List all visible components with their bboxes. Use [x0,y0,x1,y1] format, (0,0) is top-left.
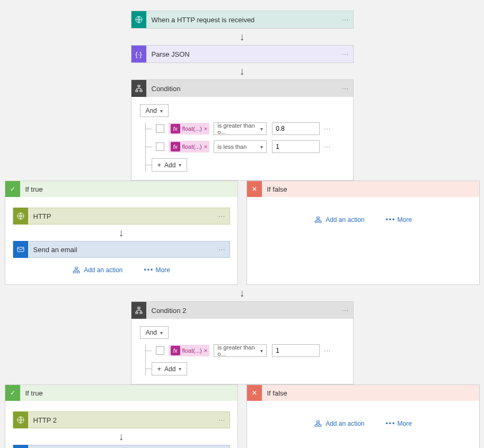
globe-icon [13,208,28,225]
check-icon: ✓ [5,385,20,401]
condition-title: Condition [146,85,338,93]
svg-rect-8 [77,271,80,273]
branch-label: If true [20,389,43,397]
http-action-card[interactable]: HTTP ··· [13,208,230,225]
http-action-card[interactable]: HTTP 2 ··· [13,411,230,428]
operator-select[interactable]: is greater than o...▾ [214,122,267,135]
condition-header[interactable]: Condition ··· [131,80,353,97]
svg-rect-22 [319,425,321,426]
svg-rect-20 [317,421,320,423]
globe-icon [131,11,146,28]
action-menu[interactable]: ··· [215,212,230,220]
svg-rect-14 [140,312,142,313]
pill-remove[interactable]: × [204,126,207,132]
svg-rect-6 [75,267,78,269]
add-row-button[interactable]: + Add ▾ [152,158,188,172]
if-true-branch-2: ✓ If true HTTP 2 ··· ↓ [5,384,238,448]
condition-row: fx float(...) × is greater than o...▾ ··… [145,122,345,135]
email-action-card[interactable]: Send an email 2 ··· [13,445,230,448]
add-action-button[interactable]: Add an action [72,266,122,274]
plus-icon: + [157,161,162,169]
branch-icon [131,302,146,319]
value-input[interactable] [272,140,320,153]
pill-remove[interactable]: × [204,144,207,150]
branch-label: If false [262,185,287,193]
branch-label: If true [20,185,43,193]
x-icon: ✕ [247,385,262,401]
svg-rect-13 [136,312,138,313]
action-menu[interactable]: ··· [215,246,230,253]
add-row-button[interactable]: + Add ▾ [152,362,188,375]
condition-row: fx float(...) × is greater than o...▾ ··… [145,344,345,357]
expression-pill[interactable]: fx float(...) × [169,141,210,153]
fx-icon: fx [171,124,180,133]
svg-rect-9 [317,217,320,219]
parse-menu[interactable]: ··· [338,50,353,58]
operator-select[interactable]: is greater than o...▾ [214,344,267,357]
add-action-button[interactable]: Add an action [314,420,364,427]
x-icon: ✕ [247,181,262,197]
operator-select[interactable]: is less than▾ [214,140,267,153]
pill-text: float(...) [182,126,202,132]
trigger-card[interactable]: When a HTTP request is received ··· [131,11,354,29]
more-button[interactable]: ••• More [386,216,412,223]
chevron-down-icon: ▾ [260,144,263,150]
row-checkbox[interactable] [156,124,164,133]
logic-selector[interactable]: And▾ [140,104,169,117]
svg-rect-10 [315,221,318,222]
svg-rect-7 [73,271,76,273]
add-action-button[interactable]: Add an action [314,216,364,223]
flow-canvas: When a HTTP request is received ··· ↓ {·… [0,0,484,448]
svg-rect-11 [319,221,321,222]
logic-label: And [146,329,157,336]
if-false-branch: ✕ If false Add an action ••• More [247,181,480,285]
row-checkbox[interactable] [156,346,164,355]
email-action-card[interactable]: Send an email ··· [13,241,230,258]
row-menu[interactable]: ··· [324,143,331,150]
plus-icon: + [157,365,162,373]
more-button[interactable]: ••• More [386,420,412,427]
outlook-icon [13,241,28,258]
expression-pill[interactable]: fx float(...) × [169,345,210,356]
svg-rect-2 [136,90,138,92]
condition2-menu[interactable]: ··· [338,307,353,314]
parse-title: Parse JSON [146,50,338,58]
action-menu[interactable]: ··· [215,416,230,424]
pill-text: float(...) [182,144,202,150]
if-false-branch-2: ✕ If false Add an action ••• More [247,384,480,448]
action-title: HTTP [28,212,215,220]
chevron-down-icon: ▾ [160,108,163,114]
svg-rect-3 [140,90,142,92]
outlook-icon [13,445,28,448]
condition2-card: Condition 2 ··· And▾ fx float(...) × is … [131,301,354,384]
svg-rect-12 [138,307,140,309]
branch-container: ✓ If true HTTP ··· ↓ [5,181,480,285]
trigger-title: When a HTTP request is received [146,16,338,24]
svg-rect-5 [17,247,24,252]
value-input[interactable] [272,344,320,357]
chevron-down-icon: ▾ [179,162,181,168]
pill-text: float(...) [182,347,202,354]
check-icon: ✓ [5,181,20,197]
logic-selector[interactable]: And▾ [140,326,169,339]
row-checkbox[interactable] [156,142,164,151]
condition-menu[interactable]: ··· [338,85,353,92]
row-menu[interactable]: ··· [324,125,331,132]
parse-json-card[interactable]: {·} Parse JSON ··· [131,45,354,63]
expression-pill[interactable]: fx float(...) × [169,123,210,135]
trigger-menu[interactable]: ··· [338,16,353,23]
value-input[interactable] [272,122,320,135]
condition-card: Condition ··· And▾ fx float(...) × is gr… [131,79,354,181]
pill-remove[interactable]: × [204,347,207,354]
globe-icon [13,411,28,428]
svg-rect-21 [315,425,318,426]
condition2-header[interactable]: Condition 2 ··· [131,302,353,319]
arrow-icon: ↓ [240,287,245,299]
svg-rect-1 [138,85,140,87]
more-button[interactable]: ••• More [144,266,170,274]
branch-icon [131,80,146,97]
logic-label: And [146,107,157,114]
arrow-icon: ↓ [119,227,124,239]
row-menu[interactable]: ··· [324,347,331,354]
condition-row: fx float(...) × is less than▾ ··· [145,140,345,153]
